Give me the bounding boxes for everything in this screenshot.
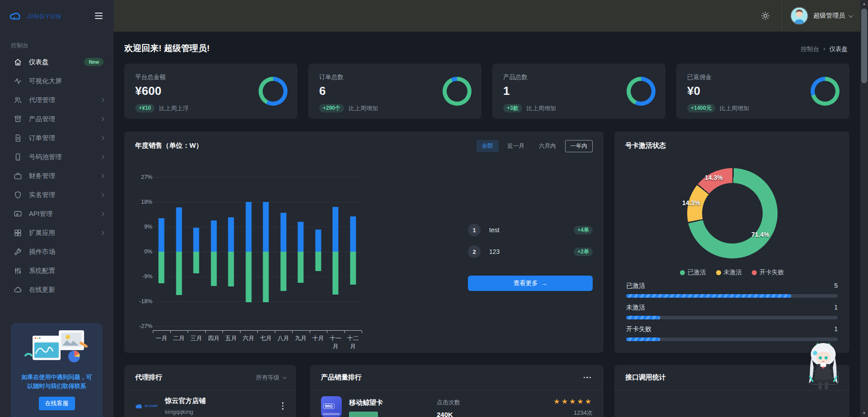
sidebar-item-products[interactable]: 产品管理	[0, 109, 113, 128]
page-scrollbar[interactable]: ▲ ▼	[860, 0, 868, 417]
scrollbar-thumb[interactable]	[861, 9, 867, 83]
x-tick-label: 十一月	[327, 334, 344, 351]
x-tick-label: 十二月	[344, 334, 362, 351]
chevron-right-icon	[100, 230, 104, 235]
rank-row: 1 test +4单	[468, 223, 593, 237]
card-product-sales-ranking: 产品销量排行 80G 移动鲸望卡 点击次数 240K ★★★★★ 1234次	[310, 365, 604, 417]
pie-label-activated: 71.4%	[751, 231, 769, 238]
card-agent-ranking: 代理排行 所有等级 W-CARP 惊云官方店铺 kingqqking	[124, 365, 296, 417]
activation-progress-list: 已激活5 未激活1 开卡失败1	[626, 282, 838, 347]
tab-six-months[interactable]: 六月内	[533, 140, 561, 152]
user-avatar[interactable]	[790, 7, 808, 25]
tab-all[interactable]: 全部	[476, 140, 499, 152]
cloud-icon	[14, 286, 22, 294]
breadcrumb-root[interactable]: 控制台	[801, 45, 820, 53]
clicks-value: 240K	[437, 411, 460, 417]
bar-negative	[350, 252, 356, 285]
sidebar-item-finance[interactable]: 财务管理	[0, 166, 113, 185]
box-icon	[14, 115, 22, 123]
tab-last-month[interactable]: 近一月	[502, 140, 530, 152]
tab-one-year[interactable]: 一年内	[565, 140, 593, 152]
bar-positive	[176, 207, 182, 251]
agent-shop-logo: W-CARP	[135, 403, 159, 409]
bar-negative	[315, 252, 321, 271]
agent-level-filter[interactable]: 所有等级	[256, 374, 285, 382]
sidebar-item-label: 财务管理	[29, 172, 55, 180]
sidebar-item-extensions[interactable]: 扩展应用	[0, 223, 113, 242]
legend-dot	[680, 270, 685, 275]
bar-positive	[228, 217, 234, 252]
sidebar-item-online-update[interactable]: 在线更新	[0, 280, 113, 299]
rank-name: test	[489, 226, 500, 234]
product-name: 移动鲸望卡	[349, 396, 417, 407]
progress-label: 开卡失败	[626, 325, 651, 333]
view-more-button[interactable]: 查看更多→	[468, 276, 593, 291]
grid-icon	[14, 229, 22, 237]
legend-item: 未激活	[716, 268, 742, 276]
sidebar-item-label: 仪表盘	[29, 58, 49, 66]
user-menu[interactable]: 超级管理员	[782, 0, 868, 32]
x-tick-label: 十月	[310, 334, 327, 351]
sidebar-item-number-pool[interactable]: 号码池管理	[0, 147, 113, 166]
sidebar-item-label: API管理	[29, 210, 52, 218]
sales-rank-list: 1 test +4单 2 123 +2单	[468, 223, 593, 267]
stat-value: 6	[319, 84, 326, 98]
more-options-icon[interactable]	[280, 400, 286, 412]
hamburger-menu-icon[interactable]	[93, 11, 104, 21]
phone-icon	[14, 153, 22, 161]
bar-negative	[211, 252, 217, 286]
x-tick-label: 九月	[292, 334, 310, 351]
sidebar-item-label: 系统配置	[29, 267, 55, 275]
stat-badge: +290个	[319, 104, 344, 112]
theme-toggle-sun-icon[interactable]	[761, 11, 770, 20]
stat-label: 产品总数	[503, 73, 528, 81]
mascot-character[interactable]	[799, 339, 847, 392]
rating-count: 1234次	[553, 409, 593, 417]
sidebar-item-bigscreen[interactable]: 可视化大屏	[0, 71, 113, 90]
x-tick-label: 一月	[153, 334, 170, 351]
chevron-down-icon	[283, 375, 286, 379]
stat-note: 比上周增加	[720, 104, 749, 112]
bar-negative	[245, 252, 251, 302]
stat-badge: +¥10	[135, 104, 155, 112]
sidebar-item-plugin-market[interactable]: 插件市场	[0, 242, 113, 261]
bar-group	[205, 177, 223, 326]
pie-legend: 已激活未激活开卡失败	[614, 268, 849, 276]
scroll-up-arrow[interactable]: ▲	[860, 0, 868, 8]
y-tick-label: 0%	[144, 248, 152, 255]
sidebar-item-dashboard[interactable]: 仪表盘 New	[0, 52, 113, 71]
x-axis-labels: 一月二月三月四月五月六月七月八月九月十月十一月十二月	[153, 334, 362, 351]
chevron-right-icon	[100, 117, 104, 121]
stat-card-order-total: 订单总数 6 +290个比上周增加	[308, 64, 481, 119]
bar-group	[292, 177, 310, 326]
logo-row: JINGYUN	[0, 0, 113, 32]
topbar: 超级管理员	[113, 0, 868, 32]
bar-negative	[228, 252, 234, 287]
stat-donut-chart	[259, 77, 288, 106]
bar-positive	[315, 230, 321, 251]
card-title: 年度销售（单位：W）	[135, 141, 203, 150]
progress-bar	[626, 316, 838, 319]
new-badge: New	[84, 58, 104, 66]
users-icon	[14, 96, 22, 104]
bar-negative	[280, 252, 286, 291]
sidebar-section-label: 控制台	[11, 42, 28, 50]
sidebar-item-orders[interactable]: 订单管理	[0, 128, 113, 147]
more-options-icon[interactable]	[582, 375, 593, 380]
scroll-down-arrow[interactable]: ▼	[860, 409, 868, 417]
online-support-button[interactable]: 在线客服	[39, 397, 75, 410]
dashboard-screen: JINGYUN 控制台 仪表盘 New 可视化大屏 代理管理 产品管理	[0, 0, 868, 417]
bar-group	[222, 177, 240, 326]
sidebar-item-api[interactable]: API管理	[0, 204, 113, 223]
sidebar-item-agents[interactable]: 代理管理	[0, 90, 113, 109]
legend-dot	[752, 270, 757, 275]
product-tag-badge	[349, 412, 378, 417]
stat-donut-chart	[811, 77, 840, 106]
sidebar-item-realname[interactable]: 实名管理	[0, 185, 113, 204]
x-tick-label: 三月	[188, 334, 205, 351]
chevron-right-icon	[100, 211, 104, 216]
bar-positive	[280, 213, 286, 251]
annual-sales-bar-chart	[153, 177, 362, 326]
bar-group	[310, 177, 327, 326]
sidebar-item-system-config[interactable]: 系统配置	[0, 261, 113, 280]
